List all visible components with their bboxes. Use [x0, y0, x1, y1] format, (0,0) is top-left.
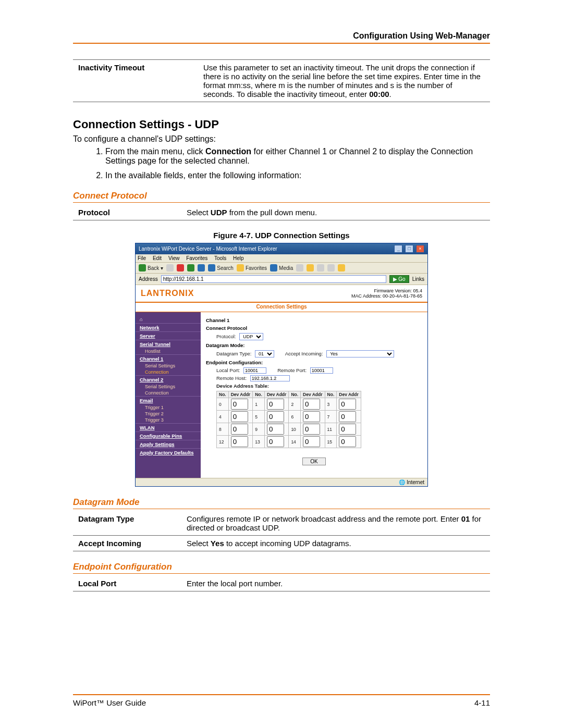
- datagram-type-select[interactable]: 01: [255, 350, 274, 357]
- go-button[interactable]: ▶ Go: [389, 275, 409, 283]
- menu-tools[interactable]: Tools: [214, 255, 226, 261]
- media-button[interactable]: Media: [270, 264, 293, 272]
- menu-file[interactable]: File: [138, 255, 146, 261]
- col-no: No.: [253, 391, 265, 398]
- print-icon[interactable]: [317, 264, 324, 272]
- page-header: Configuration Using Web-Manager: [73, 31, 490, 44]
- forward-icon[interactable]: [166, 264, 174, 272]
- mac-address: MAC Address: 00-20-4A-81-78-65: [351, 293, 422, 299]
- accept-incoming-select[interactable]: Yes: [326, 350, 394, 357]
- sidebar-ch2-connection[interactable]: Connection: [136, 390, 201, 396]
- dev-addr-input[interactable]: [231, 436, 248, 447]
- protocol-desc: Select UDP from the pull down menu.: [181, 205, 490, 220]
- back-icon: [139, 264, 146, 272]
- txt: Favorites: [246, 265, 267, 271]
- col-addr: Dev Addr: [337, 391, 361, 398]
- dev-addr-input[interactable]: [267, 424, 284, 435]
- sidebar-apply-settings[interactable]: Apply Settings: [136, 440, 201, 448]
- dev-addr-input[interactable]: [231, 424, 248, 435]
- dev-addr-input[interactable]: [303, 424, 320, 435]
- home-icon[interactable]: ⌂: [136, 315, 201, 323]
- sidebar-serial-tunnel[interactable]: Serial Tunnel: [136, 340, 201, 348]
- sidebar-ch1-serial[interactable]: Serial Settings: [136, 363, 201, 369]
- dev-addr-input[interactable]: [339, 436, 356, 447]
- col-no: No.: [217, 391, 229, 398]
- col-addr: Dev Addr: [301, 391, 325, 398]
- local-port-label: Local Port:: [216, 367, 240, 373]
- txt: Search: [217, 265, 234, 271]
- sidebar-config-pins[interactable]: Configurable Pins: [136, 431, 201, 440]
- remote-host-input[interactable]: [250, 375, 290, 381]
- favorites-button[interactable]: Favorites: [237, 264, 267, 272]
- endpoint-table: Local Port Enter the local port number.: [73, 576, 490, 591]
- dev-addr-input[interactable]: [339, 424, 356, 435]
- dev-addr-input[interactable]: [303, 399, 320, 410]
- sidebar-ch1-connection[interactable]: Connection: [136, 369, 201, 375]
- protocol-label: Protocol: [73, 205, 181, 220]
- sidebar-apply-defaults[interactable]: Apply Factory Defaults: [136, 448, 201, 456]
- figure-caption: Figure 4-7. UDP Connection Settings: [73, 231, 490, 240]
- sidebar-network[interactable]: Network: [136, 323, 201, 331]
- dev-addr-input[interactable]: [231, 399, 248, 410]
- local-port-input[interactable]: [243, 367, 266, 374]
- sidebar-trigger1[interactable]: Trigger 1: [136, 404, 201, 411]
- address-input[interactable]: [161, 275, 386, 283]
- dev-addr-input[interactable]: [339, 411, 356, 422]
- minimize-icon[interactable]: _: [394, 245, 402, 253]
- edit-icon[interactable]: [327, 264, 335, 272]
- txt: Go: [398, 276, 405, 282]
- dev-addr-input[interactable]: [231, 411, 248, 422]
- address-label: Address: [139, 276, 158, 282]
- sidebar-channel2[interactable]: Channel 2: [136, 375, 201, 384]
- table-row: 891011: [217, 423, 361, 436]
- dev-addr-input[interactable]: [267, 399, 284, 410]
- connect-protocol-heading: Connect Protocol: [73, 191, 490, 203]
- txt: From the main menu, click: [105, 147, 205, 156]
- step-2: In the available fields, enter the follo…: [105, 171, 490, 180]
- accept-incoming-label: Accept Incoming:: [285, 351, 323, 356]
- ok-button[interactable]: OK: [302, 458, 325, 465]
- menu-edit[interactable]: Edit: [153, 255, 162, 261]
- bold: Connection: [205, 147, 251, 156]
- folder-icon[interactable]: [338, 264, 345, 272]
- links-label[interactable]: Links: [412, 276, 424, 282]
- sidebar-server[interactable]: Server: [136, 331, 201, 340]
- section-heading: Connection Settings - UDP: [73, 118, 490, 131]
- stop-icon[interactable]: [177, 264, 184, 272]
- menu-fav[interactable]: Favorites: [186, 255, 207, 261]
- history-icon[interactable]: [296, 264, 303, 272]
- close-icon[interactable]: ×: [416, 245, 424, 253]
- menu-help[interactable]: Help: [233, 255, 244, 261]
- dev-addr-input[interactable]: [303, 436, 320, 447]
- sidebar-ch2-serial[interactable]: Serial Settings: [136, 384, 201, 390]
- dev-addr-input[interactable]: [339, 399, 356, 410]
- local-port-label: Local Port: [73, 576, 181, 591]
- refresh-icon[interactable]: [187, 264, 194, 272]
- sidebar-wlan[interactable]: WLAN: [136, 423, 201, 431]
- mail-icon[interactable]: [307, 264, 314, 272]
- txt: Select: [187, 208, 211, 217]
- form-area: Channel 1 Connect Protocol Protocol: UDP…: [201, 312, 427, 478]
- table-row: 12131415: [217, 436, 361, 448]
- remote-port-input[interactable]: [310, 367, 333, 374]
- protocol-label: Protocol:: [216, 334, 236, 339]
- menu-view[interactable]: View: [168, 255, 180, 261]
- bold: Yes: [211, 539, 224, 548]
- sidebar-channel1[interactable]: Channel 1: [136, 354, 201, 363]
- dev-addr-input[interactable]: [267, 411, 284, 422]
- maximize-icon[interactable]: □: [405, 245, 413, 253]
- home-icon[interactable]: [198, 264, 205, 272]
- dev-addr-input[interactable]: [267, 436, 284, 447]
- search-button[interactable]: Search: [208, 264, 234, 272]
- sidebar-trigger3[interactable]: Trigger 3: [136, 417, 201, 423]
- protocol-select[interactable]: UDP: [239, 333, 263, 340]
- ie-menubar[interactable]: File Edit View Favorites Tools Help: [136, 254, 427, 263]
- sidebar-email[interactable]: Email: [136, 396, 201, 404]
- back-button[interactable]: Back ▾: [139, 264, 163, 272]
- sidebar-hostlist[interactable]: Hostlist: [136, 348, 201, 354]
- device-address-table: No.Dev Addr No.Dev Addr No.Dev Addr No.D…: [216, 391, 361, 448]
- steps-list: From the main menu, click Connection for…: [84, 147, 490, 180]
- ie-toolbar[interactable]: Back ▾ Search Favorites Media: [136, 263, 427, 274]
- dev-addr-input[interactable]: [303, 411, 320, 422]
- sidebar-trigger2[interactable]: Trigger 2: [136, 411, 201, 417]
